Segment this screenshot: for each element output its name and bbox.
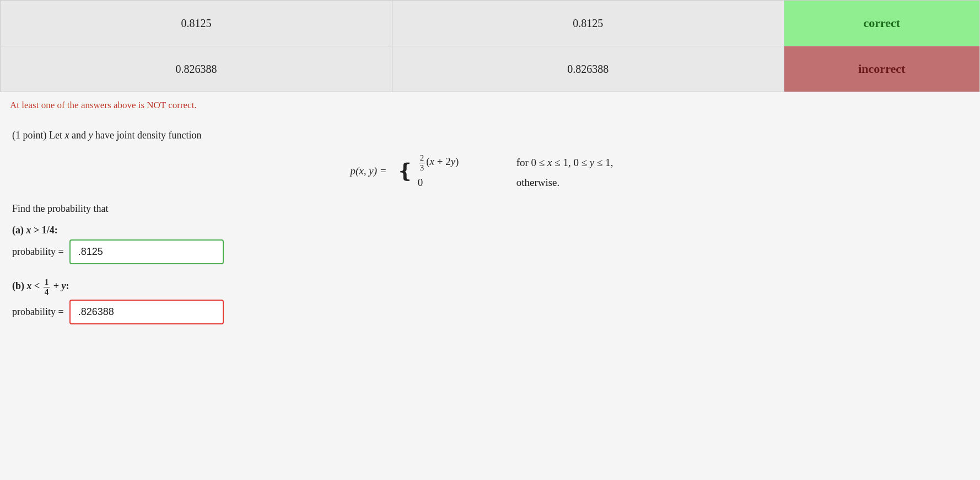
part-b-label: (b) x < 14 + y:: [12, 278, 968, 296]
row2-col1: 0.826388: [1, 46, 392, 92]
part-a-input[interactable]: [69, 239, 224, 264]
row2-col2: 0.826388: [392, 46, 784, 92]
brace-icon: ❴: [397, 161, 413, 181]
row1-col1: 0.8125: [1, 1, 392, 46]
formula-case2: 0 otherwise.: [418, 174, 613, 191]
frac-1-4: 14: [44, 278, 50, 296]
part-b-answer-row: probability =: [12, 300, 968, 324]
find-text: Find the probability that: [12, 203, 968, 215]
case1-cond: for 0 ≤ x ≤ 1, 0 ≤ y ≤ 1,: [506, 157, 613, 169]
case1-expr: 2 3 (x + 2y): [418, 153, 506, 172]
case2-expr: 0: [418, 177, 506, 189]
table-row-1: 0.8125 0.8125 correct: [1, 1, 980, 46]
results-table: 0.8125 0.8125 correct 0.826388 0.826388 …: [0, 0, 980, 92]
warning-message: At least one of the answers above is NOT…: [0, 92, 980, 116]
part-b-input[interactable]: [69, 300, 224, 324]
table-row-2: 0.826388 0.826388 incorrect: [1, 46, 980, 92]
formula-cases: 2 3 (x + 2y) for 0 ≤ x ≤ 1, 0 ≤ y ≤ 1, 0…: [418, 151, 613, 191]
problem-section: (1 point) Let x and y have joint density…: [0, 116, 980, 354]
row2-status: incorrect: [784, 46, 979, 92]
part-a-answer-row: probability =: [12, 239, 968, 264]
formula-lhs: p(x, y) =: [351, 165, 387, 177]
problem-intro: (1 point) Let x and y have joint density…: [12, 130, 968, 141]
formula-case1: 2 3 (x + 2y) for 0 ≤ x ≤ 1, 0 ≤ y ≤ 1,: [418, 151, 613, 174]
row1-status: correct: [784, 1, 979, 46]
part-b-prob-label: probability =: [12, 306, 64, 318]
formula-block: p(x, y) = ❴ 2 3 (x + 2y) for 0 ≤ x ≤ 1, …: [12, 151, 968, 191]
case2-cond: otherwise.: [506, 177, 560, 189]
row1-col2: 0.8125: [392, 1, 784, 46]
fraction-2-3: 2 3: [419, 153, 426, 172]
part-a-prob-label: probability =: [12, 246, 64, 258]
part-a-label: (a) x > 1/4:: [12, 225, 968, 236]
